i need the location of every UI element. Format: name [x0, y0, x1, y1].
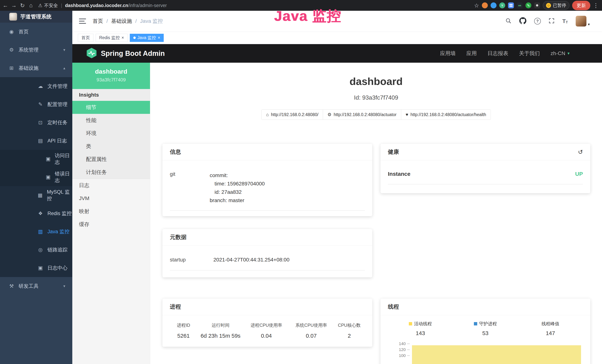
tab-java-monitor[interactable]: Java 监控 × [130, 34, 164, 42]
sidebar-item-error-log[interactable]: ▣ 错误日志 [0, 168, 72, 186]
sba-item-config-props[interactable]: 配置属性 [72, 153, 150, 166]
sba-item-jvm[interactable]: JVM [72, 192, 150, 205]
sidebar-item-api-log[interactable]: ▤ API 日志 ▴ [0, 132, 72, 150]
sidebar-item-access-log[interactable]: ▣ 访问日志 [0, 150, 72, 168]
breadcrumb-separator: / [135, 18, 137, 24]
spring-boot-admin-frame: Spring Boot Admin 应用墙 应用 日志报表 关于我们 zh-CN… [72, 44, 602, 364]
address-bar[interactable]: ⚠ 不安全 | dashboard.yudao.iocoder.cn /infr… [38, 2, 167, 9]
sba-item-classes[interactable]: 类 [72, 140, 150, 153]
hamburger-icon[interactable] [79, 19, 86, 24]
live-threads-area [412, 345, 581, 364]
menu-label: 系统管理 [19, 47, 39, 53]
sba-nav-wallboard[interactable]: 应用墙 [440, 50, 456, 57]
breadcrumb-infra[interactable]: 基础设施 [111, 18, 132, 25]
home-button[interactable]: ⌂ [27, 2, 35, 9]
access-log-icon: ▣ [45, 156, 51, 162]
sidebar-item-log-center[interactable]: ▣ 日志中心 [0, 259, 72, 277]
legend-peak-threads: 线程峰值 [518, 321, 583, 327]
sba-logo-icon[interactable] [86, 48, 97, 59]
sidebar-item-home[interactable]: ◉ 首页 [0, 23, 72, 41]
emoji-face-icon: ☺ [546, 3, 551, 8]
menu-label: MySQL 监控 [47, 189, 72, 202]
sba-brand-title[interactable]: Spring Boot Admin [101, 50, 165, 57]
health-card-body: Instance UP [380, 161, 590, 193]
sba-item-scheduled-tasks[interactable]: 计划任务 [72, 166, 150, 179]
extension-vue-icon[interactable]: V [499, 2, 505, 8]
admin-sidebar: 芋道管理系统 ◉ 首页 ⚙ 系统管理 ▾ ⊞ 基础设施 ▴ ☁ 文件管理 ✎ 配… [0, 11, 72, 364]
reload-button[interactable]: ↻ [18, 2, 27, 9]
col-header-process-cpu: 进程CPU使用率 [244, 322, 289, 328]
timer-icon: ⊡ [37, 120, 44, 126]
sba-item-metrics[interactable]: 性能 [72, 114, 150, 127]
sba-item-mappings[interactable]: 映射 [72, 205, 150, 218]
instance-actuator-link[interactable]: ⚙ http://192.168.0.2:48080/actuator [323, 109, 401, 120]
bookmark-star-icon[interactable]: ☆ [474, 2, 479, 9]
menu-label: 研发工具 [19, 283, 39, 289]
sidebar-item-system[interactable]: ⚙ 系统管理 ▾ [0, 41, 72, 59]
sba-item-environment[interactable]: 环境 [72, 127, 150, 140]
help-icon[interactable]: ? [534, 18, 541, 24]
process-card-body: 进程ID 运行时间 进程CPU使用率 系统CPU使用率 CPU核心数 5261 … [162, 315, 372, 347]
git-time-line: time: 1596289704000 [210, 180, 265, 188]
threads-chart: 140 120 100 [388, 341, 583, 364]
sba-item-logs[interactable]: 日志 [72, 179, 150, 192]
sidebar-item-devtools[interactable]: ⚒ 研发工具 ▾ [0, 277, 72, 295]
pid-value: 5261 [170, 333, 197, 339]
sidebar-item-files[interactable]: ☁ 文件管理 [0, 77, 72, 95]
user-menu[interactable]: ▾ [576, 16, 590, 27]
sba-nav-about[interactable]: 关于我们 [519, 50, 540, 57]
sba-item-details[interactable]: 细节 [72, 101, 150, 114]
history-icon[interactable]: ↺ [578, 149, 583, 156]
error-log-icon: ▣ [45, 174, 51, 180]
col-header-uptime: 运行时间 [197, 322, 244, 328]
col-header-cpus: CPU核心数 [334, 322, 365, 328]
extension-blue-icon[interactable] [491, 2, 496, 8]
sba-language-select[interactable]: zh-CN ▾ [551, 50, 570, 56]
browser-menu-icon[interactable]: ⋮ [593, 2, 599, 9]
instance-health-link[interactable]: ♥ http://192.168.0.2:48080/actuator/heal… [401, 109, 491, 120]
breadcrumb-home[interactable]: 首页 [93, 18, 103, 25]
sba-nav-applications[interactable]: 应用 [466, 50, 477, 57]
extension-on-icon[interactable]: on [517, 2, 523, 8]
sidebar-item-trace[interactable]: ◎ 链路追踪 [0, 241, 72, 259]
sidebar-item-redis[interactable]: ❖ Redis 监控 [0, 204, 72, 223]
status-badge: UP [575, 171, 583, 177]
health-instance-label: Instance [388, 171, 410, 177]
tab-label: Java 监控 [137, 35, 156, 41]
extension-leaf-icon[interactable] [526, 2, 531, 8]
tab-label: 首页 [81, 35, 90, 41]
extension-puzzle-icon[interactable] [534, 2, 540, 8]
tab-home[interactable]: 首页 [78, 34, 93, 42]
browser-update-button[interactable]: 更新 [572, 1, 590, 10]
url-host: dashboard.yudao.iocoder.cn [65, 3, 128, 8]
sidebar-item-mysql[interactable]: ▦ MySQL 监控 [0, 186, 72, 204]
forward-button[interactable]: → [10, 2, 18, 9]
sba-content: dashboard Id: 93a3fc7f7409 ⌂ http://192.… [150, 63, 602, 364]
sidebar-item-jobs[interactable]: ⊡ 定时任务 [0, 114, 72, 132]
close-icon[interactable]: × [158, 35, 160, 40]
menu-label: 文件管理 [47, 83, 67, 90]
sidebar-item-config[interactable]: ✎ 配置管理 [0, 95, 72, 114]
github-icon[interactable] [519, 17, 526, 25]
font-size-icon[interactable]: TT [562, 18, 568, 24]
live-threads-value: 143 [388, 330, 453, 336]
fullscreen-icon[interactable] [548, 18, 555, 24]
instance-home-link[interactable]: ⌂ http://192.168.0.2:48080/ [261, 109, 323, 120]
extension-grid-icon[interactable] [508, 2, 514, 8]
sidebar-item-java[interactable]: ▥ Java 监控 [0, 223, 72, 241]
sba-nav-journal[interactable]: 日志报表 [488, 50, 508, 57]
search-icon[interactable] [505, 18, 512, 25]
log-center-icon: ▣ [37, 265, 44, 271]
paused-badge[interactable]: ☺ 已暂停 [543, 1, 569, 10]
chevron-up-icon: ▴ [63, 66, 65, 70]
sidebar-logo[interactable]: 芋道管理系统 [0, 11, 72, 23]
sba-item-caches[interactable]: 缓存 [72, 218, 150, 231]
chrome-toolbar: ☆ V on ☺ 已暂停 更新 ⋮ [474, 1, 602, 10]
close-icon[interactable]: × [121, 35, 124, 40]
back-button[interactable]: ← [1, 2, 10, 9]
sba-nav: 应用墙 应用 日志报表 关于我们 zh-CN ▾ [440, 50, 570, 57]
extension-orange-icon[interactable] [482, 2, 488, 8]
tab-redis-monitor[interactable]: Redis 监控 × [96, 34, 128, 42]
sidebar-item-infra[interactable]: ⊞ 基础设施 ▴ [0, 59, 72, 77]
sba-instance-header[interactable]: dashboard 93a3fc7f7409 [72, 63, 150, 89]
